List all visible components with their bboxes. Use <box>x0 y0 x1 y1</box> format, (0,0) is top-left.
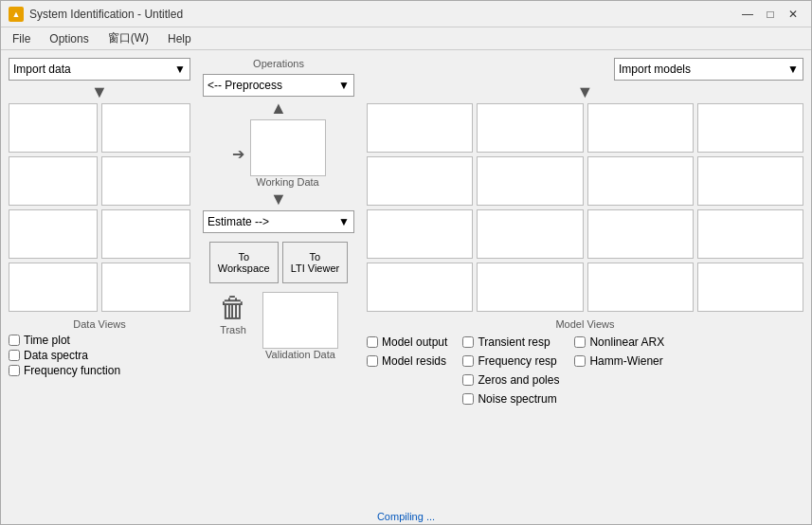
nonlinear-arx-row: Nonlinear ARX <box>574 335 664 349</box>
model-cell-5[interactable] <box>367 156 473 206</box>
model-cell-14[interactable] <box>477 262 583 312</box>
data-cell-1[interactable] <box>9 103 98 153</box>
trash-section: 🗑 Trash <box>219 292 247 335</box>
models-down-arrow: ▼ <box>367 83 803 100</box>
to-workspace-label: To Workspace <box>218 251 270 274</box>
working-data-label: Working Data <box>256 176 318 188</box>
model-cell-8[interactable] <box>697 156 803 206</box>
model-cell-10[interactable] <box>477 209 583 259</box>
import-models-label: Import models <box>619 63 691 76</box>
model-grid <box>367 103 803 312</box>
frequency-resp-checkbox[interactable] <box>462 355 474 367</box>
model-cell-11[interactable] <box>587 209 694 259</box>
menu-file[interactable]: File <box>9 31 34 46</box>
hamm-wiener-label: Hamm-Wiener <box>589 354 662 368</box>
model-resids-row: Model resids <box>367 354 447 368</box>
frequency-resp-row: Frequency resp <box>462 354 559 368</box>
model-cell-7[interactable] <box>587 156 694 206</box>
validation-data-box[interactable] <box>262 292 338 349</box>
close-button[interactable]: ✕ <box>783 6 803 23</box>
app-icon: ▲ <box>9 7 24 22</box>
model-output-row: Model output <box>367 335 447 349</box>
model-views-title: Model Views <box>367 318 803 330</box>
title-bar: ▲ System Identification - Untitled — □ ✕ <box>1 1 811 27</box>
data-grid <box>9 103 190 312</box>
zeros-poles-row: Zeros and poles <box>462 373 559 387</box>
window-title: System Identification - Untitled <box>29 8 183 21</box>
minimize-button[interactable]: — <box>737 6 758 23</box>
preprocess-label: <-- Preprocess <box>208 79 282 92</box>
hamm-wiener-checkbox[interactable] <box>574 355 586 367</box>
to-workspace-button[interactable]: To Workspace <box>209 242 279 283</box>
model-cell-13[interactable] <box>367 262 473 312</box>
left-panel: Import data ▼ ▼ Data Views <box>9 58 190 518</box>
data-cell-3[interactable] <box>9 156 98 206</box>
estimate-dropdown[interactable]: Estimate --> ▼ <box>203 210 354 233</box>
menu-help[interactable]: Help <box>164 31 195 46</box>
model-cell-15[interactable] <box>587 262 694 312</box>
menu-options[interactable]: Options <box>45 31 92 46</box>
trash-icon[interactable]: 🗑 <box>219 292 247 324</box>
trash-label: Trash <box>220 324 246 335</box>
data-views-title: Data Views <box>9 318 190 330</box>
menu-bar: File Options 窗口(W) Help <box>1 27 811 50</box>
model-cell-9[interactable] <box>367 209 473 259</box>
data-spectra-label: Data spectra <box>24 349 88 362</box>
model-cell-4[interactable] <box>697 103 803 153</box>
model-output-label: Model output <box>382 335 447 349</box>
window-controls: — □ ✕ <box>737 6 803 23</box>
transient-resp-checkbox[interactable] <box>462 336 474 348</box>
noise-spectrum-label: Noise spectrum <box>478 392 556 406</box>
model-cell-16[interactable] <box>697 262 803 312</box>
validation-data-section: Validation Data <box>262 292 338 360</box>
model-cell-1[interactable] <box>367 103 473 153</box>
estimate-arrow: ▼ <box>338 215 350 228</box>
data-cell-4[interactable] <box>101 156 190 206</box>
noise-spectrum-row: Noise spectrum <box>462 392 559 406</box>
model-cell-6[interactable] <box>477 156 583 206</box>
transient-resp-row: Transient resp <box>462 335 559 349</box>
data-down-arrow: ▼ <box>9 83 190 100</box>
maximize-button[interactable]: □ <box>760 6 781 23</box>
model-cell-2[interactable] <box>477 103 583 153</box>
import-data-dropdown[interactable]: Import data ▼ <box>9 58 190 81</box>
data-cell-5[interactable] <box>9 209 98 259</box>
data-cell-8[interactable] <box>101 262 190 312</box>
data-spectra-row: Data spectra <box>9 349 190 362</box>
to-lti-viewer-button[interactable]: To LTI Viewer <box>282 242 349 283</box>
data-spectra-checkbox[interactable] <box>9 350 20 361</box>
menu-window[interactable]: 窗口(W) <box>104 29 153 47</box>
frequency-function-row: Frequency function <box>9 364 190 377</box>
data-cell-6[interactable] <box>101 209 190 259</box>
time-plot-row: Time plot <box>9 334 190 347</box>
import-models-dropdown[interactable]: Import models ▼ <box>614 58 803 81</box>
import-data-arrow: ▼ <box>174 63 186 76</box>
right-arrow-icon: ➔ <box>232 145 244 163</box>
model-resids-checkbox[interactable] <box>367 355 378 367</box>
model-cell-12[interactable] <box>697 209 803 259</box>
time-plot-label: Time plot <box>24 334 70 347</box>
model-cell-3[interactable] <box>587 103 694 153</box>
time-plot-checkbox[interactable] <box>9 335 20 346</box>
working-data-box[interactable] <box>250 119 326 176</box>
down-arrow-mid: ▼ <box>270 190 287 208</box>
zeros-poles-checkbox[interactable] <box>462 374 474 386</box>
operations-label: Operations <box>253 58 304 69</box>
noise-spectrum-checkbox[interactable] <box>462 393 474 405</box>
model-output-checkbox[interactable] <box>367 336 378 348</box>
middle-panel: Operations <-- Preprocess ▼ ▲ ➔ Working … <box>198 58 359 518</box>
zeros-poles-label: Zeros and poles <box>478 373 559 387</box>
nonlinear-arx-checkbox[interactable] <box>574 336 586 348</box>
frequency-function-checkbox[interactable] <box>9 365 20 376</box>
up-arrow: ▲ <box>270 100 287 117</box>
compiling-status: Compiling ... <box>377 511 435 522</box>
frequency-function-label: Frequency function <box>24 364 120 377</box>
model-views-section: Model Views Model output Model resids <box>367 318 803 407</box>
preprocess-dropdown[interactable]: <-- Preprocess ▼ <box>203 74 354 97</box>
data-cell-2[interactable] <box>101 103 190 153</box>
frequency-resp-label: Frequency resp <box>478 354 556 368</box>
preprocess-arrow: ▼ <box>338 79 350 92</box>
status-bar: Compiling ... <box>1 511 811 522</box>
data-cell-7[interactable] <box>9 262 98 312</box>
import-models-arrow: ▼ <box>787 63 799 76</box>
